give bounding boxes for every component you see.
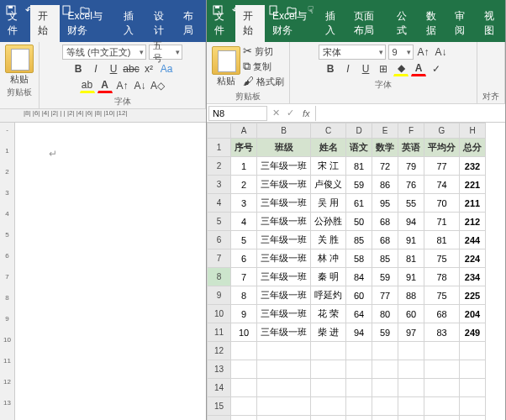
font-color-button[interactable]: A (411, 61, 426, 76)
border-button[interactable]: ⊞ (376, 61, 391, 76)
col-header[interactable]: C (311, 123, 346, 139)
cell[interactable]: 61 (346, 194, 372, 213)
cell[interactable]: 秦 明 (311, 268, 346, 286)
cell[interactable]: 68 (424, 305, 460, 323)
cell[interactable] (460, 416, 486, 421)
cell[interactable]: 85 (372, 249, 398, 268)
row-header[interactable]: 12 (208, 342, 231, 360)
cell[interactable]: 三年级一班 (257, 305, 311, 323)
cell[interactable]: 花 荣 (311, 305, 346, 323)
underline-button[interactable]: U (358, 61, 373, 76)
cell[interactable]: 88 (398, 286, 424, 305)
cell[interactable]: 91 (398, 268, 424, 286)
size-select[interactable]: 五号 (149, 45, 182, 60)
cell[interactable]: 林 冲 (311, 249, 346, 268)
row-header[interactable]: 9 (208, 286, 231, 305)
name-box[interactable]: N8 (208, 106, 267, 121)
row-header[interactable]: 2 (208, 157, 231, 176)
cell[interactable]: 1 (231, 157, 257, 176)
enter-icon[interactable]: ✓ (283, 108, 298, 118)
cell[interactable]: 4 (231, 213, 257, 231)
cell[interactable]: 71 (424, 213, 460, 231)
cell[interactable]: 68 (372, 231, 398, 249)
italic-button[interactable]: I (88, 61, 103, 76)
header-cell[interactable]: 平均分 (424, 139, 460, 157)
copy-button[interactable]: ⧉ 复制 (243, 60, 284, 73)
cell[interactable] (311, 379, 346, 397)
cell[interactable]: 211 (460, 194, 486, 213)
cell[interactable] (460, 379, 486, 397)
col-header[interactable]: A (231, 123, 257, 139)
cell[interactable]: 94 (398, 213, 424, 231)
cell[interactable]: 呼延灼 (311, 286, 346, 305)
header-cell[interactable]: 班级 (257, 139, 311, 157)
cell[interactable] (424, 397, 460, 416)
cell[interactable]: 64 (346, 305, 372, 323)
fx-icon[interactable]: fx (298, 108, 315, 118)
cell[interactable]: 9 (231, 305, 257, 323)
tab-formula[interactable]: 公式 (389, 5, 418, 42)
cell[interactable]: 221 (460, 176, 486, 194)
worksheet[interactable]: ABCDEFGH1序号班级姓名语文数学英语平均分总分21三年级一班宋 江8172… (207, 123, 505, 420)
cell[interactable]: 78 (424, 268, 460, 286)
cell[interactable]: 81 (424, 231, 460, 249)
cancel-icon[interactable]: ✕ (269, 108, 283, 118)
bold-button[interactable]: B (323, 61, 338, 76)
row-header[interactable]: 4 (208, 194, 231, 213)
row-header[interactable]: 7 (208, 249, 231, 268)
select-all-corner[interactable] (208, 123, 231, 139)
cell[interactable]: 三年级一班 (257, 194, 311, 213)
cell[interactable]: 5 (231, 231, 257, 249)
cell[interactable]: 59 (346, 176, 372, 194)
cell[interactable] (398, 360, 424, 379)
cell[interactable]: 74 (424, 176, 460, 194)
cell[interactable] (424, 342, 460, 360)
cell[interactable]: 3 (231, 194, 257, 213)
cell[interactable]: 6 (231, 249, 257, 268)
cell[interactable]: 72 (372, 157, 398, 176)
cell[interactable] (372, 397, 398, 416)
tab-design[interactable]: 设计 (146, 5, 177, 42)
col-header[interactable]: F (398, 123, 424, 139)
cell[interactable]: 三年级一班 (257, 213, 311, 231)
cell[interactable] (257, 416, 311, 421)
cell[interactable]: 85 (346, 231, 372, 249)
cell[interactable]: 77 (424, 157, 460, 176)
row-header[interactable]: 14 (208, 379, 231, 397)
row-header[interactable]: 15 (208, 397, 231, 416)
clear-format-button[interactable]: A◇ (150, 78, 166, 93)
cell[interactable] (372, 416, 398, 421)
paste-button[interactable] (5, 45, 34, 73)
cell[interactable]: 79 (398, 157, 424, 176)
shrink-font-button[interactable]: A↓ (434, 45, 449, 60)
cell[interactable]: 三年级一班 (257, 157, 311, 176)
cell[interactable] (257, 360, 311, 379)
cell[interactable]: 91 (398, 231, 424, 249)
tab-insert[interactable]: 插入 (116, 5, 146, 42)
tab-file[interactable]: 文件 (0, 5, 30, 42)
cell[interactable]: 2 (231, 176, 257, 194)
cell[interactable]: 94 (346, 323, 372, 342)
col-header[interactable]: B (257, 123, 311, 139)
cell[interactable]: 81 (346, 157, 372, 176)
col-header[interactable]: G (424, 123, 460, 139)
cell[interactable] (346, 397, 372, 416)
tab-insert[interactable]: 插入 (318, 5, 346, 42)
tab-home[interactable]: 开始 (235, 5, 264, 42)
cut-button[interactable]: ✂ 剪切 (243, 45, 284, 58)
cell[interactable]: 公孙胜 (311, 213, 346, 231)
strike-button[interactable]: abc (124, 61, 139, 76)
cell[interactable]: 97 (398, 323, 424, 342)
grow-font-button[interactable]: A↑ (416, 45, 431, 60)
cell[interactable] (424, 416, 460, 421)
cell[interactable] (460, 342, 486, 360)
row-header[interactable]: 10 (208, 305, 231, 323)
cell[interactable]: 84 (346, 268, 372, 286)
header-cell[interactable]: 数学 (372, 139, 398, 157)
cell[interactable]: 卢俊义 (311, 176, 346, 194)
cell[interactable] (398, 342, 424, 360)
cell[interactable]: 58 (346, 249, 372, 268)
format-painter-button[interactable]: 🖌 格式刷 (243, 75, 284, 88)
cell[interactable]: 10 (231, 323, 257, 342)
tab-excelfin[interactable]: Excel与财务 (60, 5, 115, 42)
